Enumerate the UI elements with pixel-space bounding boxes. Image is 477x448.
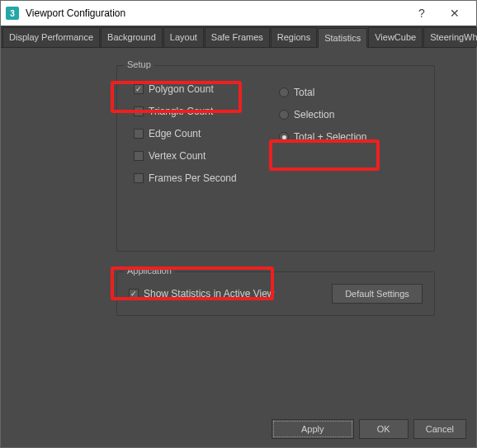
triangle-count-checkbox[interactable]: [134, 106, 144, 116]
fps-row[interactable]: Frames Per Second: [134, 171, 277, 186]
tab-statistics[interactable]: Statistics: [318, 28, 367, 48]
setup-radios-column: Total Selection Total + Selection: [277, 74, 423, 193]
ok-button[interactable]: OK: [359, 419, 409, 439]
total-radio-label: Total: [294, 87, 314, 98]
setup-group: Setup Polygon Count Triangle Count Edge …: [116, 65, 435, 252]
tab-content: Setup Polygon Count Triangle Count Edge …: [1, 48, 476, 411]
tab-regions[interactable]: Regions: [271, 27, 317, 47]
setup-checks-column: Polygon Count Triangle Count Edge Count …: [129, 74, 277, 193]
cancel-button[interactable]: Cancel: [413, 419, 466, 439]
tab-viewcube[interactable]: ViewCube: [368, 27, 423, 47]
close-button[interactable]: ✕: [438, 1, 471, 26]
vertex-count-row[interactable]: Vertex Count: [134, 149, 277, 163]
apply-button[interactable]: Apply: [272, 419, 354, 439]
tab-display-performance[interactable]: Display Performance: [2, 27, 100, 47]
polygon-count-checkbox[interactable]: [134, 84, 144, 94]
selection-radio-row[interactable]: Selection: [279, 107, 423, 122]
tab-layout[interactable]: Layout: [163, 27, 204, 47]
tab-bar: Display Performance Background Layout Sa…: [1, 26, 476, 48]
window-controls: ? ✕: [405, 1, 471, 26]
triangle-count-label: Triangle Count: [149, 106, 213, 117]
application-legend: Application: [124, 266, 175, 276]
application-group: Application Show Statistics in Active Vi…: [116, 271, 435, 316]
app-icon: [6, 7, 19, 20]
tab-background[interactable]: Background: [101, 27, 163, 47]
both-radio-label: Total + Selection: [294, 131, 366, 143]
vertex-count-checkbox[interactable]: [134, 151, 144, 161]
edge-count-label: Edge Count: [149, 128, 201, 139]
help-button[interactable]: ?: [405, 1, 438, 26]
vertex-count-label: Vertex Count: [149, 150, 205, 162]
fps-checkbox[interactable]: [134, 173, 144, 183]
selection-radio[interactable]: [279, 110, 289, 120]
tab-safe-frames[interactable]: Safe Frames: [205, 27, 270, 47]
tab-steeringwheels[interactable]: SteeringWheels: [423, 27, 477, 47]
window-title: Viewport Configuration: [26, 7, 405, 19]
polygon-count-row[interactable]: Polygon Count: [134, 82, 277, 97]
dialog-button-bar: Apply OK Cancel: [1, 411, 476, 447]
selection-radio-label: Selection: [294, 109, 334, 120]
polygon-count-label: Polygon Count: [149, 83, 214, 95]
show-stats-label: Show Statistics in Active View: [144, 288, 275, 299]
titlebar: Viewport Configuration ? ✕: [1, 1, 476, 26]
setup-legend: Setup: [124, 59, 154, 69]
fps-label: Frames Per Second: [149, 172, 237, 184]
show-stats-checkbox[interactable]: [129, 289, 139, 299]
both-radio[interactable]: [279, 132, 289, 142]
dialog-window: Viewport Configuration ? ✕ Display Perfo…: [0, 0, 477, 448]
default-settings-button[interactable]: Default Settings: [332, 284, 423, 304]
edge-count-checkbox[interactable]: [134, 129, 144, 139]
total-radio-row[interactable]: Total: [279, 85, 423, 100]
triangle-count-row[interactable]: Triangle Count: [134, 104, 277, 119]
total-radio[interactable]: [279, 87, 289, 97]
edge-count-row[interactable]: Edge Count: [134, 126, 277, 141]
both-radio-row[interactable]: Total + Selection: [279, 130, 423, 144]
